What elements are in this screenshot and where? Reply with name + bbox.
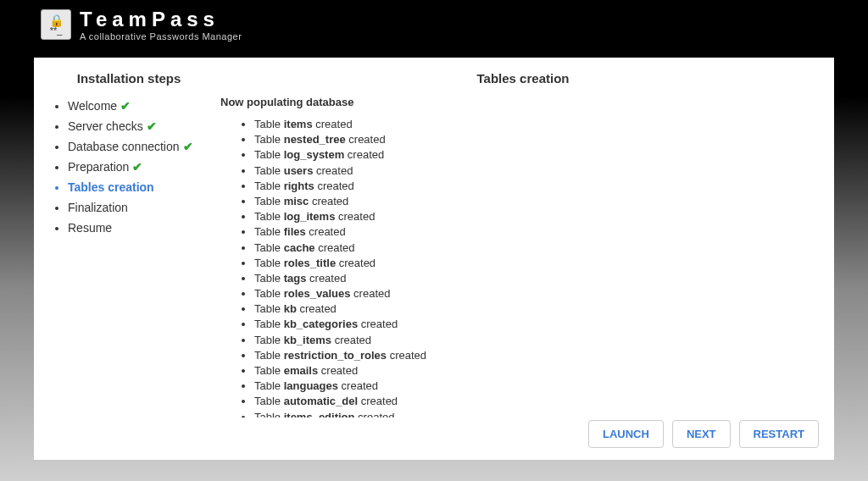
table-created-item: Table users created bbox=[254, 163, 817, 179]
check-icon: ✔ bbox=[147, 119, 157, 133]
step-item[interactable]: Resume bbox=[68, 218, 203, 238]
check-icon: ✔ bbox=[120, 99, 131, 113]
step-label: Server checks bbox=[68, 119, 143, 133]
next-button[interactable]: NEXT bbox=[672, 420, 731, 448]
table-created-item: Table items_edition created bbox=[254, 410, 817, 417]
populate-heading: Now populating database bbox=[220, 96, 817, 108]
app-logo-icon: 🔒 **_ bbox=[41, 9, 71, 40]
step-label: Finalization bbox=[68, 201, 128, 214]
app-logo-text: TeamPass A collaborative Passwords Manag… bbox=[80, 8, 242, 41]
table-created-item: Table languages created bbox=[254, 379, 817, 394]
table-created-item: Table kb_items created bbox=[254, 333, 817, 348]
step-label: Tables creation bbox=[68, 180, 154, 194]
table-created-item: Table roles_values created bbox=[254, 286, 817, 301]
main-content: Tables creation Now populating database … bbox=[212, 58, 834, 460]
step-label: Preparation bbox=[68, 160, 129, 174]
table-created-item: Table restriction_to_roles created bbox=[254, 348, 817, 363]
main-panel: Installation steps Welcome✔Server checks… bbox=[34, 58, 834, 460]
action-buttons: LAUNCH NEXT RESTART bbox=[588, 420, 819, 448]
app-title: TeamPass bbox=[80, 8, 242, 31]
table-created-item: Table roles_title created bbox=[254, 256, 817, 271]
step-item[interactable]: Preparation✔ bbox=[68, 157, 203, 177]
table-created-item: Table emails created bbox=[254, 363, 817, 379]
app-header: 🔒 **_ TeamPass A collaborative Passwords… bbox=[0, 0, 868, 49]
step-item[interactable]: Finalization bbox=[68, 197, 203, 218]
steps-list: Welcome✔Server checks✔Database connectio… bbox=[54, 96, 203, 238]
table-created-item: Table cache created bbox=[254, 240, 817, 256]
restart-button[interactable]: RESTART bbox=[739, 420, 819, 448]
table-created-item: Table kb_categories created bbox=[254, 317, 817, 332]
table-created-item: Table tags created bbox=[254, 271, 817, 286]
step-item[interactable]: Server checks✔ bbox=[68, 116, 203, 136]
sidebar-heading: Installation steps bbox=[54, 71, 203, 86]
table-created-item: Table log_system created bbox=[254, 147, 817, 163]
check-icon: ✔ bbox=[183, 140, 193, 153]
launch-button[interactable]: LAUNCH bbox=[588, 420, 664, 448]
step-item[interactable]: Database connection✔ bbox=[68, 136, 203, 157]
table-created-item: Table files created bbox=[254, 224, 817, 240]
step-label: Welcome bbox=[68, 99, 117, 113]
step-label: Resume bbox=[68, 221, 112, 235]
table-created-item: Table items created bbox=[254, 117, 817, 132]
step-item[interactable]: Welcome✔ bbox=[68, 96, 203, 116]
tables-created-list: Table items createdTable nested_tree cre… bbox=[220, 117, 817, 417]
content-scroll[interactable]: Now populating database Table items crea… bbox=[220, 96, 826, 417]
step-label: Database connection bbox=[68, 140, 180, 153]
main-title: Tables creation bbox=[220, 71, 826, 86]
app-subtitle: A collaborative Passwords Manager bbox=[80, 31, 242, 41]
table-created-item: Table automatic_del created bbox=[254, 394, 817, 409]
table-created-item: Table log_items created bbox=[254, 209, 817, 224]
check-icon: ✔ bbox=[132, 160, 142, 174]
table-created-item: Table kb created bbox=[254, 301, 817, 317]
installation-steps-sidebar: Installation steps Welcome✔Server checks… bbox=[34, 58, 212, 460]
table-created-item: Table rights created bbox=[254, 179, 817, 194]
table-created-item: Table nested_tree created bbox=[254, 132, 817, 147]
table-created-item: Table misc created bbox=[254, 194, 817, 209]
step-item[interactable]: Tables creation bbox=[68, 177, 203, 197]
